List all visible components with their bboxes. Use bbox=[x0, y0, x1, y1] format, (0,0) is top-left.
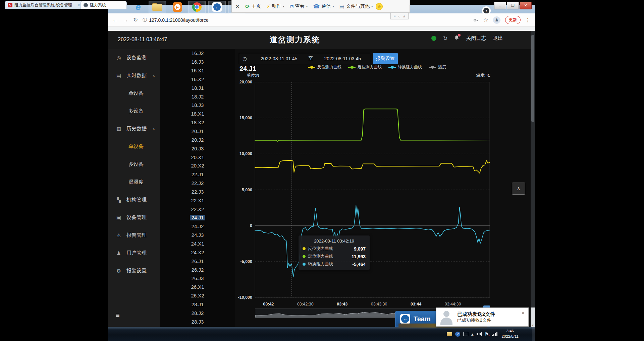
reload-icon[interactable]: ↻ bbox=[133, 16, 138, 23]
device-item[interactable]: 22.X2 bbox=[160, 205, 235, 213]
refresh-icon[interactable]: ↻ bbox=[443, 35, 447, 42]
maximize-button[interactable]: ❐ bbox=[507, 2, 519, 9]
sidebar-item-设备管理[interactable]: ▣设备管理 bbox=[108, 209, 160, 226]
range-end[interactable]: 2022-08-11 03:45 bbox=[315, 56, 370, 61]
toolbar-close-icon[interactable]: ✕ bbox=[235, 3, 240, 10]
notification-close-icon[interactable]: ✕ bbox=[521, 311, 525, 316]
sidebar-item-历史数据[interactable]: ▦历史数据∧ bbox=[108, 120, 160, 138]
scrollbar-bottom-segment[interactable]: ▾ bbox=[531, 308, 535, 327]
legend-item-转换阻力曲线[interactable]: 转换阻力曲线 bbox=[388, 64, 422, 70]
device-item[interactable]: 20.J1 bbox=[160, 127, 235, 136]
device-item[interactable]: 26.J2 bbox=[160, 265, 235, 274]
toolbar-item-主页[interactable]: ⟳主页 bbox=[245, 3, 261, 10]
device-item[interactable]: 20.X2 bbox=[160, 161, 235, 170]
legend-marker bbox=[348, 67, 356, 68]
force-chart[interactable]: 20,00015,00010,0005,0000-5,000-10,00003:… bbox=[235, 79, 495, 310]
legend-item-温度[interactable]: 温度 bbox=[429, 64, 446, 70]
device-item[interactable]: 26.X1 bbox=[160, 283, 235, 291]
scrollbar-thumb[interactable] bbox=[531, 35, 534, 122]
device-item[interactable]: 28.J2 bbox=[160, 309, 235, 317]
alarm-settings-button[interactable]: 报警设置 bbox=[373, 53, 398, 64]
device-item[interactable]: 22.J3 bbox=[160, 188, 235, 196]
taskbar-teamviewer[interactable]: ↔ bbox=[208, 1, 226, 13]
volume-icon[interactable] bbox=[477, 332, 482, 336]
tab-close-icon[interactable]: ✕ bbox=[77, 3, 80, 7]
hamburger-icon[interactable]: ≡ bbox=[116, 312, 120, 319]
device-item[interactable]: 18.J1 bbox=[160, 83, 235, 92]
toolbar-item-通信[interactable]: ☎通信▾ bbox=[313, 3, 334, 10]
close-window-button[interactable]: ✕ bbox=[520, 2, 532, 9]
device-item[interactable]: 22.J1 bbox=[160, 170, 235, 179]
device-item[interactable]: 18.J3 bbox=[160, 101, 235, 110]
device-item[interactable]: 28.J1 bbox=[160, 300, 235, 309]
taskbar-explorer[interactable] bbox=[149, 1, 166, 13]
minimize-button[interactable]: – bbox=[494, 2, 506, 9]
device-item[interactable]: 24.J1 bbox=[160, 213, 235, 222]
sidebar-item-单设备[interactable]: 单设备 bbox=[108, 138, 160, 155]
sidebar-item-单设备[interactable]: 单设备 bbox=[108, 84, 160, 102]
device-item[interactable]: 22.J2 bbox=[160, 179, 235, 188]
avatar[interactable]: ♟ bbox=[493, 16, 500, 24]
help-icon[interactable]: ? bbox=[455, 332, 460, 337]
sidebar-item-报警管理[interactable]: ⚠报警管理 bbox=[108, 226, 160, 244]
device-item[interactable]: 20.X1 bbox=[160, 153, 235, 161]
tray-folder-icon[interactable] bbox=[447, 332, 452, 336]
device-item[interactable]: 20.J3 bbox=[160, 144, 235, 153]
taskbar-chrome[interactable] bbox=[188, 1, 206, 13]
device-item[interactable]: 26.J3 bbox=[160, 274, 235, 283]
sidebar-item-报警设置[interactable]: ⚙报警设置 bbox=[108, 262, 160, 280]
device-item[interactable]: 26.X2 bbox=[160, 291, 235, 300]
date-range-picker[interactable]: ◷ 2022-08-11 01:45 至 2022-08-11 03:45 bbox=[239, 53, 370, 64]
sidebar-item-温湿度[interactable]: 温湿度 bbox=[108, 173, 160, 191]
key-icon[interactable] bbox=[473, 17, 479, 23]
tray-window-icon[interactable] bbox=[463, 332, 468, 336]
device-item[interactable]: 24.J2 bbox=[160, 222, 235, 231]
network-icon[interactable] bbox=[492, 332, 497, 336]
bell-icon[interactable] bbox=[454, 35, 459, 42]
device-item[interactable]: 18.X2 bbox=[160, 118, 235, 127]
sidebar-item-多设备[interactable]: 多设备 bbox=[108, 155, 160, 173]
device-item[interactable]: 18.J2 bbox=[160, 92, 235, 101]
device-item[interactable]: 24.J3 bbox=[160, 231, 235, 240]
device-item[interactable]: 16.J2 bbox=[160, 49, 235, 58]
taskbar-ie[interactable]: e bbox=[129, 1, 147, 13]
file-transfer-notification[interactable]: 已成功发送2文件 已成功接收2文件 ✕ bbox=[436, 308, 529, 327]
taskbar-media-player[interactable]: ▶ bbox=[169, 1, 186, 13]
device-item[interactable]: 24.X1 bbox=[160, 240, 235, 248]
sidebar-item-机构管理[interactable]: ▚机构管理 bbox=[108, 191, 160, 209]
device-item[interactable]: 18.X1 bbox=[160, 110, 235, 118]
toolbar-item-文件与其他[interactable]: ▤文件与其他▾ bbox=[339, 3, 373, 10]
device-item[interactable]: 26.J1 bbox=[160, 257, 235, 265]
taskbar-clock[interactable]: 3:46 2022/8/11 bbox=[502, 329, 519, 339]
close-log-button[interactable]: 关闭日志 bbox=[466, 35, 486, 42]
action-center-flag-icon[interactable]: ⚑✕ bbox=[485, 331, 489, 337]
device-item[interactable]: 16.X2 bbox=[160, 75, 235, 84]
device-item[interactable]: 20.J2 bbox=[160, 135, 235, 144]
legend-item-定位测力曲线[interactable]: 定位测力曲线 bbox=[348, 64, 382, 70]
tab-force-system[interactable]: 阻力系统 bbox=[80, 1, 127, 9]
back-icon[interactable]: ← bbox=[112, 17, 118, 23]
forward-icon[interactable]: → bbox=[123, 17, 128, 23]
toolbar-mini-controls[interactable]: ⠿ ↔ ∧ bbox=[390, 13, 409, 19]
sidebar-item-多设备[interactable]: 多设备 bbox=[108, 102, 160, 120]
show-hidden-icons[interactable]: ▴ bbox=[471, 332, 474, 337]
info-icon[interactable]: ⓘ bbox=[143, 17, 147, 23]
show-desktop-button[interactable] bbox=[532, 327, 535, 341]
star-icon[interactable]: ☆ bbox=[483, 16, 488, 23]
smiley-icon[interactable]: ☺ bbox=[376, 3, 383, 10]
device-item[interactable]: 24.X2 bbox=[160, 248, 235, 257]
sidebar-item-用户管理[interactable]: ♟用户管理 bbox=[108, 244, 160, 262]
logout-button[interactable]: 退出 bbox=[493, 35, 503, 42]
update-button[interactable]: 更新 bbox=[505, 16, 521, 24]
legend-item-反位测力曲线[interactable]: 反位测力曲线 bbox=[308, 64, 341, 70]
tab-admin-system[interactable]: S 阻力监控后台管理系统-设备管理 ✕ bbox=[5, 1, 83, 9]
device-item[interactable]: 28.J3 bbox=[160, 317, 235, 326]
menu-dots-icon[interactable]: ⋮ bbox=[525, 17, 530, 23]
toolbar-item-动作[interactable]: ⚡动作▾ bbox=[266, 3, 284, 10]
back-to-top-button[interactable]: ∧ bbox=[512, 183, 525, 195]
range-start[interactable]: 2022-08-11 01:45 bbox=[252, 56, 306, 61]
url-text[interactable]: 127.0.0.1:21008/layout/force bbox=[149, 17, 473, 23]
tooltip-series-value: 11,993 bbox=[352, 254, 366, 259]
toolbar-item-查看[interactable]: ⧉查看▾ bbox=[289, 3, 308, 9]
device-item[interactable]: 22.X1 bbox=[160, 196, 235, 205]
